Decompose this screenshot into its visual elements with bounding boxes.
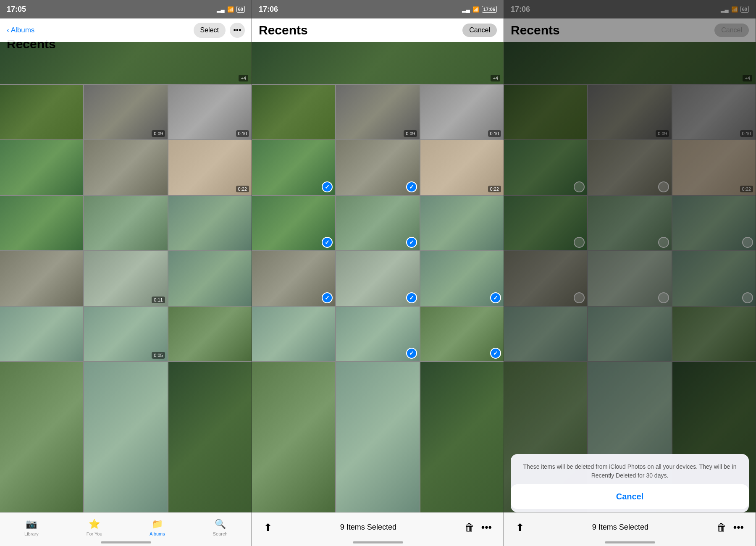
action-bar-3: ⬆ 9 Items Selected 🗑 ••• bbox=[504, 512, 756, 546]
items-selected-label-3: 9 Items Selected bbox=[528, 523, 713, 532]
more-action-icon-3: ••• bbox=[733, 522, 744, 533]
action-sheet-cancel-button[interactable]: Cancel bbox=[511, 484, 749, 509]
duration-2-3: 0:22 bbox=[236, 186, 249, 192]
photo-cell-5-3[interactable] bbox=[168, 307, 252, 361]
wifi-icon-2: 📶 bbox=[472, 6, 479, 13]
p2-cell-3-2[interactable]: ✓ bbox=[336, 196, 419, 250]
delete-button-3[interactable]: 🗑 bbox=[713, 518, 730, 537]
foryou-label-1: For You bbox=[87, 531, 102, 536]
search-icon-1: 🔍 bbox=[215, 519, 226, 530]
photo-cell-1-2[interactable]: 0:09 bbox=[84, 85, 167, 139]
photo-cell-2-1[interactable] bbox=[0, 140, 83, 195]
photo-cell-6-3[interactable] bbox=[168, 362, 252, 512]
photo-cell-2-2[interactable] bbox=[84, 140, 167, 195]
library-label-1: Library bbox=[24, 531, 39, 536]
check-2-1: ✓ bbox=[322, 181, 333, 192]
check-4-3: ✓ bbox=[490, 292, 501, 303]
p2-cell-2-2[interactable]: ✓ bbox=[336, 140, 419, 195]
nav-bar-1: ‹ Albums Select ••• bbox=[0, 18, 252, 42]
photo-grid-2: +4 0:09 0:10 ✓ ✓ 0:22 ✓ ✓ ✓ bbox=[252, 42, 504, 512]
back-button-1[interactable]: ‹ Albums bbox=[7, 26, 34, 34]
tab-search-1[interactable]: 🔍 Search bbox=[189, 519, 252, 536]
signal-icon-2: ▂▄ bbox=[462, 6, 470, 13]
check-4-2: ✓ bbox=[406, 292, 417, 303]
photo-cell-3-3[interactable] bbox=[168, 196, 252, 250]
tab-albums-1[interactable]: 📁 Albums bbox=[126, 519, 189, 536]
share-button-2[interactable]: ⬆ bbox=[260, 518, 276, 537]
p2-cell-1-1[interactable] bbox=[252, 85, 335, 139]
page-title-2: Recents bbox=[259, 23, 308, 37]
photo-cell-4-3[interactable] bbox=[168, 251, 252, 306]
p2-cell-5-3[interactable]: ✓ bbox=[420, 307, 504, 361]
delete-button-2[interactable]: 🗑 bbox=[461, 518, 478, 537]
share-icon-2: ⬆ bbox=[264, 522, 272, 533]
p2-cell-4-2[interactable]: ✓ bbox=[336, 251, 419, 306]
trash-icon-3: 🗑 bbox=[717, 522, 727, 533]
p2-cell-3-1[interactable]: ✓ bbox=[252, 196, 335, 250]
trash-icon-2: 🗑 bbox=[465, 522, 475, 533]
items-selected-label-2: 9 Items Selected bbox=[276, 523, 461, 532]
duration-1-3: 0:10 bbox=[236, 130, 249, 137]
check-4-1: ✓ bbox=[322, 292, 333, 303]
cover-photo-2[interactable]: +4 bbox=[252, 42, 504, 84]
duration-5-2: 0:05 bbox=[152, 352, 165, 359]
photo-cell-6-2[interactable] bbox=[84, 362, 167, 512]
albums-label-1: Albums bbox=[150, 531, 165, 536]
photo-cell-4-1[interactable] bbox=[0, 251, 83, 306]
share-icon-3: ⬆ bbox=[516, 522, 524, 533]
check-3-2: ✓ bbox=[406, 237, 417, 248]
chevron-left-icon-1: ‹ bbox=[7, 26, 9, 34]
tab-library-1[interactable]: 📷 Library bbox=[0, 519, 63, 536]
battery-2: 17:06 bbox=[482, 6, 497, 13]
tab-bar-1: 📷 Library ⭐ For You 📁 Albums 🔍 Search bbox=[0, 512, 252, 546]
check-3-1: ✓ bbox=[322, 237, 333, 248]
p2-cell-1-3[interactable]: 0:10 bbox=[420, 85, 504, 139]
back-label-1: Albums bbox=[11, 26, 35, 34]
tab-foryou-1[interactable]: ⭐ For You bbox=[63, 519, 126, 536]
library-icon-1: 📷 bbox=[26, 519, 37, 530]
photo-cell-3-1[interactable] bbox=[0, 196, 83, 250]
home-indicator-3 bbox=[605, 541, 655, 543]
p2-cell-6-2[interactable] bbox=[336, 362, 419, 512]
status-bar-1: 17:05 ▂▄ 📶 60 bbox=[0, 0, 252, 18]
share-button-3[interactable]: ⬆ bbox=[512, 518, 528, 537]
photo-cell-5-2[interactable]: 0:05 bbox=[84, 307, 167, 361]
home-indicator-2 bbox=[353, 541, 403, 543]
foryou-icon-1: ⭐ bbox=[89, 519, 100, 530]
photo-cell-3-2[interactable] bbox=[84, 196, 167, 250]
p2-cell-6-1[interactable] bbox=[252, 362, 335, 512]
cancel-button-2[interactable]: Cancel bbox=[462, 24, 497, 37]
select-button-1[interactable]: Select bbox=[194, 23, 226, 38]
p2-cell-4-1[interactable]: ✓ bbox=[252, 251, 335, 306]
status-bar-2: 17:06 ▂▄ 📶 17:06 bbox=[252, 0, 504, 18]
status-icons-1: ▂▄ 📶 60 bbox=[217, 6, 245, 13]
photo-cell-1-1[interactable] bbox=[0, 85, 83, 139]
more-action-button-3[interactable]: ••• bbox=[730, 518, 747, 537]
photo-cell-5-1[interactable] bbox=[0, 307, 83, 361]
status-time-2: 17:06 bbox=[259, 5, 278, 14]
search-label-1: Search bbox=[213, 531, 228, 536]
home-indicator-1 bbox=[101, 541, 151, 543]
photo-cell-6-1[interactable] bbox=[0, 362, 83, 512]
more-button-1[interactable]: ••• bbox=[230, 23, 245, 38]
p2-cell-5-2[interactable]: ✓ bbox=[336, 307, 419, 361]
more-action-icon-2: ••• bbox=[481, 522, 492, 533]
p2-cell-3-3[interactable] bbox=[420, 196, 504, 250]
more-action-button-2[interactable]: ••• bbox=[478, 518, 495, 537]
signal-icon-1: ▂▄ bbox=[217, 6, 225, 13]
p2-cell-4-3[interactable]: ✓ bbox=[420, 251, 504, 306]
p2-cell-6-3[interactable] bbox=[420, 362, 504, 512]
photo-cell-2-3[interactable]: 0:22 bbox=[168, 140, 252, 195]
photo-cell-4-2[interactable]: 0:11 bbox=[84, 251, 167, 306]
panel-1: 17:05 ▂▄ 📶 60 ‹ Albums Select ••• Recent… bbox=[0, 0, 252, 546]
action-sheet-overlay: These items will be deleted from iCloud … bbox=[504, 0, 756, 546]
photo-cell-1-3[interactable]: 0:10 bbox=[168, 85, 252, 139]
p2-cell-1-2[interactable]: 0:09 bbox=[336, 85, 419, 139]
wifi-icon-1: 📶 bbox=[227, 6, 234, 13]
check-5-2: ✓ bbox=[406, 348, 417, 359]
p2-cell-5-1[interactable] bbox=[252, 307, 335, 361]
p2-cell-2-1[interactable]: ✓ bbox=[252, 140, 335, 195]
duration-1-2: 0:09 bbox=[152, 130, 165, 137]
p2-cell-2-3[interactable]: 0:22 bbox=[420, 140, 504, 195]
albums-icon-1: 📁 bbox=[152, 519, 163, 530]
